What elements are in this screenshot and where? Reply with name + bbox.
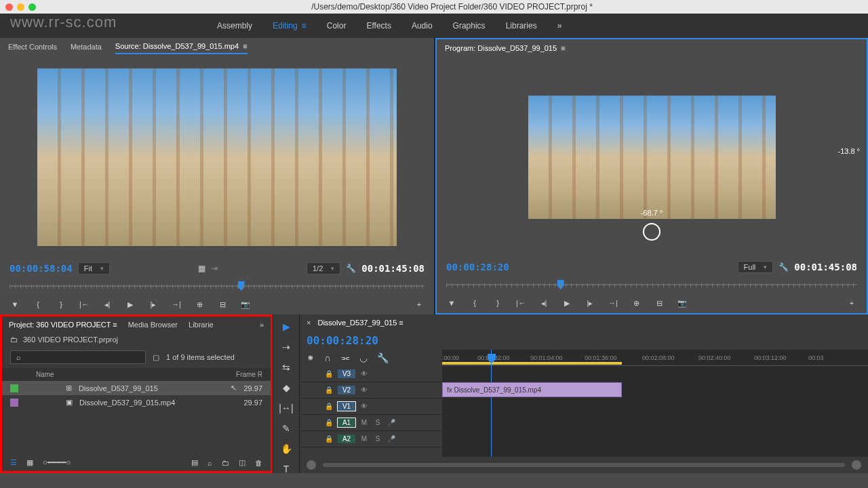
workspace-audio[interactable]: Audio [412, 21, 433, 30]
step-forward-icon[interactable]: |▸ [148, 300, 159, 309]
source-monitor[interactable] [37, 68, 397, 246]
workspace-color[interactable]: Color [327, 21, 347, 30]
window-close[interactable] [5, 3, 13, 11]
tab-media-browser[interactable]: Media Browser [128, 318, 178, 331]
playhead-line[interactable] [491, 350, 492, 457]
program-fit-dropdown[interactable]: Full▾ [738, 261, 774, 273]
workspace-overflow[interactable]: » [557, 21, 562, 30]
go-out-icon[interactable]: →| [608, 299, 618, 307]
column-framerate[interactable]: Frame R [236, 371, 262, 378]
workspace-effects[interactable]: Effects [366, 21, 391, 30]
project-item[interactable]: ⊞ Dissolve_D537_99_015 ↖ 29.97 [2, 381, 271, 395]
step-forward-icon[interactable]: |▸ [585, 299, 595, 308]
track-v3[interactable]: 🔒V3👁 [300, 366, 442, 382]
work-area-bar[interactable] [442, 362, 622, 365]
project-item[interactable]: ▣ Dissolve_D537_99_015.mp4 29.97 [2, 395, 271, 409]
horizontal-scrollbar[interactable] [323, 463, 845, 467]
voice-icon[interactable]: 🎤 [387, 435, 396, 443]
mark-in-bracket-icon[interactable]: { [33, 300, 43, 308]
source-zoom-dropdown[interactable]: 1/2▾ [307, 262, 340, 274]
mark-out-bracket-icon[interactable]: } [56, 300, 66, 308]
trash-icon[interactable]: 🗑 [255, 459, 262, 467]
step-back-icon[interactable]: ◂| [102, 300, 113, 309]
vr-orientation-icon[interactable] [643, 223, 660, 241]
source-fit-dropdown[interactable]: Fit▾ [78, 262, 110, 274]
mark-out-bracket-icon[interactable]: } [492, 299, 503, 307]
add-button-icon[interactable]: + [414, 300, 425, 308]
source-insert-icon[interactable]: ⇥ [211, 264, 218, 273]
step-back-icon[interactable]: ◂| [538, 299, 549, 308]
timeline-canvas[interactable]: :00:00 00:00:32:00 00:01:04:00 00:01:36:… [442, 350, 868, 457]
mute-icon[interactable]: M [359, 419, 369, 426]
timeline-clip[interactable]: fx Dissolve_D537_99_015.mp4 [442, 382, 622, 397]
project-search[interactable]: ⌕ [10, 350, 146, 364]
new-bin-icon[interactable]: 🗀 [222, 459, 229, 467]
new-item-icon[interactable]: ◫ [239, 458, 245, 467]
zoom-handle-left[interactable] [307, 460, 316, 470]
lock-icon[interactable]: 🔒 [324, 419, 334, 426]
program-monitor[interactable] [528, 96, 776, 219]
list-view-icon[interactable]: ☰ [10, 458, 17, 467]
snap-icon[interactable]: ⁕ [307, 352, 315, 363]
selection-tool-icon[interactable]: ▶ [283, 321, 290, 332]
play-icon[interactable]: ▶ [561, 299, 572, 308]
settings-icon[interactable]: 🔧 [346, 264, 356, 273]
find-icon[interactable]: ⌕ [208, 459, 212, 467]
tab-metadata[interactable]: Metadata [71, 40, 102, 54]
linked-selection-icon[interactable]: ⫘ [340, 352, 350, 363]
settings-icon[interactable]: 🔧 [377, 352, 389, 363]
pen-tool-icon[interactable]: ✎ [282, 423, 290, 434]
workspace-assembly[interactable]: Assembly [217, 21, 252, 30]
label-color[interactable] [10, 384, 18, 392]
mark-in-bracket-icon[interactable]: { [469, 299, 480, 307]
time-ruler[interactable]: :00:00 00:00:32:00 00:01:04:00 00:01:36:… [442, 350, 868, 366]
type-tool-icon[interactable]: T [283, 464, 290, 474]
lock-icon[interactable]: 🔒 [324, 403, 334, 410]
sequence-tab[interactable]: Dissolve_D537_99_015 ≡ [317, 316, 403, 329]
toggle-output-icon[interactable]: 👁 [359, 386, 369, 394]
program-timecode-in[interactable]: 00:00:28:20 [446, 262, 509, 272]
panel-overflow-icon[interactable]: » [260, 321, 264, 329]
track-a1[interactable]: 🔒A1MS🎤 [300, 415, 442, 431]
marker-icon[interactable]: ◡ [359, 352, 368, 363]
track-a2[interactable]: 🔒A2MS🎤 [300, 431, 442, 447]
timeline-timecode[interactable]: 00:00:28:20 [307, 334, 378, 347]
icon-view-icon[interactable]: ▦ [26, 458, 33, 467]
ripple-tool-icon[interactable]: ⇆ [282, 362, 290, 373]
solo-icon[interactable]: S [373, 419, 382, 426]
magnet-icon[interactable]: ∩ [324, 352, 331, 363]
play-icon[interactable]: ▶ [125, 300, 136, 309]
tab-project[interactable]: Project: 360 VIDEO PROJECT ≡ [9, 318, 117, 331]
add-button-icon[interactable]: + [846, 299, 857, 307]
export-frame-icon[interactable]: 📷 [677, 299, 688, 308]
extract-icon[interactable]: ⊟ [654, 299, 665, 308]
tab-effect-controls[interactable]: Effect Controls [8, 40, 57, 54]
track-v2[interactable]: 🔒V2👁 [300, 382, 442, 399]
toggle-output-icon[interactable]: 👁 [359, 403, 369, 410]
auto-sequence-icon[interactable]: ▤ [191, 458, 198, 467]
program-scrubber[interactable] [437, 277, 867, 293]
razor-tool-icon[interactable]: ◆ [283, 382, 290, 393]
toggle-output-icon[interactable]: 👁 [359, 370, 369, 378]
tab-libraries[interactable]: Librarie [189, 318, 214, 331]
hand-tool-icon[interactable]: ✋ [281, 443, 292, 454]
resolution-icon[interactable]: ▦ [198, 264, 205, 273]
window-maximize[interactable] [28, 3, 36, 11]
workspace-graphics[interactable]: Graphics [453, 21, 486, 30]
workspace-libraries[interactable]: Libraries [506, 21, 537, 30]
export-frame-icon[interactable]: 📷 [240, 300, 251, 309]
mark-in-icon[interactable]: ▼ [9, 300, 20, 308]
solo-icon[interactable]: S [373, 435, 382, 443]
filter-icon[interactable]: ▢ [153, 353, 159, 362]
slip-tool-icon[interactable]: |↔| [279, 403, 293, 413]
mute-icon[interactable]: M [359, 435, 369, 443]
tab-program[interactable]: Program: Dissolve_D537_99_015 ≡ [445, 41, 566, 55]
zoom-slider[interactable]: ○━━━━○ [43, 458, 71, 467]
go-in-icon[interactable]: |← [79, 300, 90, 308]
column-name[interactable]: Name [36, 371, 236, 378]
lock-icon[interactable]: 🔒 [324, 435, 334, 443]
voice-icon[interactable]: 🎤 [387, 419, 396, 426]
lock-icon[interactable]: 🔒 [324, 386, 334, 394]
track-v1[interactable]: 🔒V1👁 [300, 399, 442, 415]
zoom-handle-right[interactable] [852, 460, 861, 470]
